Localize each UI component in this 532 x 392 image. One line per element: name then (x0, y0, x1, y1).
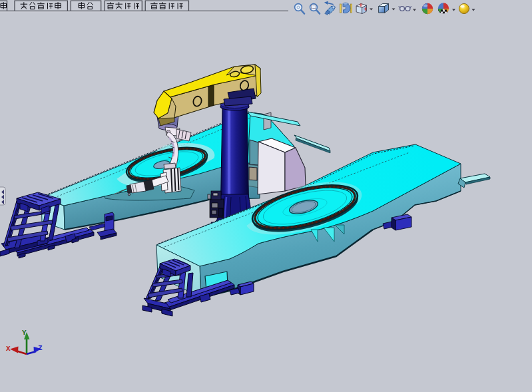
svg-text:X: X (6, 345, 11, 353)
svg-text:Z: Z (38, 344, 43, 352)
svg-text:Y: Y (22, 329, 27, 337)
